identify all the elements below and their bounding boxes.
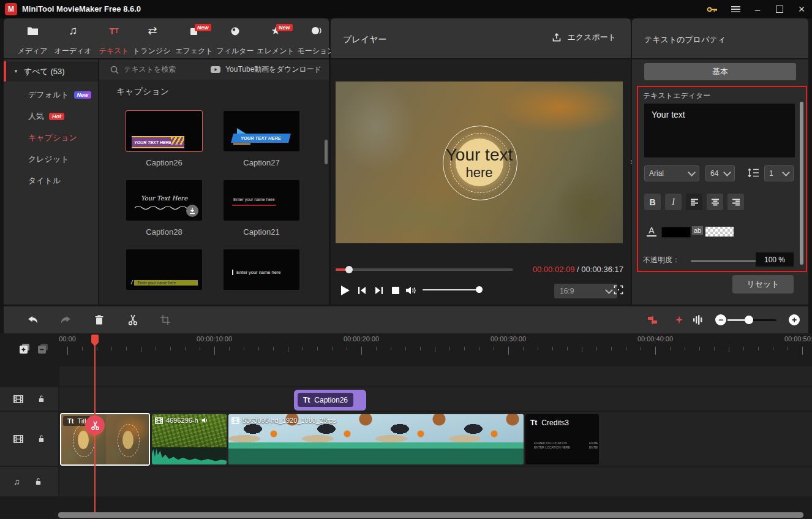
ruler-tick bbox=[788, 347, 788, 350]
ruler-tick bbox=[655, 347, 656, 355]
toolbar-item-audio[interactable]: ♫ オーディオ bbox=[54, 22, 92, 58]
video-preview[interactable]: Your text here bbox=[336, 81, 623, 243]
playhead-split-button[interactable] bbox=[85, 415, 105, 435]
undo-button[interactable] bbox=[22, 306, 44, 333]
align-left-button[interactable] bbox=[686, 194, 702, 210]
volume-slider[interactable] bbox=[423, 289, 481, 290]
zoom-in-button[interactable]: + bbox=[789, 314, 800, 325]
maximize-button[interactable] bbox=[769, 0, 790, 18]
music-track-lane[interactable] bbox=[59, 467, 812, 496]
previous-frame-button[interactable] bbox=[354, 284, 370, 297]
sidebar-item-popular[interactable]: 人気 Hot bbox=[4, 107, 98, 126]
redo-button[interactable] bbox=[54, 306, 76, 333]
menu-button[interactable] bbox=[725, 0, 746, 18]
toolbar-item-element[interactable]: New ★ エレメント bbox=[257, 22, 295, 58]
line-spacing-select[interactable]: 1 bbox=[764, 165, 794, 181]
opacity-label: 不透明度： bbox=[643, 255, 680, 265]
volume-thumb[interactable] bbox=[476, 286, 483, 293]
reset-button[interactable]: リセット bbox=[732, 275, 794, 294]
playhead-handle[interactable] bbox=[91, 335, 99, 343]
italic-button[interactable]: I bbox=[665, 194, 682, 210]
zoom-thumb[interactable] bbox=[745, 316, 753, 324]
caption-overlay-text2[interactable]: here bbox=[336, 165, 623, 181]
audio-waveform-toggle[interactable] bbox=[686, 306, 709, 333]
clip-credits3[interactable]: Tt Credits3 FILMED ON LOCATION ENTER LOC… bbox=[525, 414, 599, 464]
minimize-button[interactable]: – bbox=[747, 0, 768, 18]
seek-thumb[interactable] bbox=[345, 266, 353, 273]
license-key-button[interactable] bbox=[702, 0, 723, 18]
bold-button[interactable]: B bbox=[644, 194, 661, 210]
play-button[interactable] bbox=[338, 284, 353, 297]
film-icon bbox=[155, 417, 163, 424]
zoom-out-button[interactable]: − bbox=[715, 314, 726, 325]
export-button[interactable]: エクスポート bbox=[552, 32, 616, 43]
template-caption21[interactable]: Enter your name here bbox=[224, 180, 299, 221]
text-editor-input[interactable]: Your text bbox=[644, 104, 795, 157]
lock-open-icon[interactable] bbox=[38, 434, 45, 443]
add-track-icon bbox=[20, 344, 30, 354]
align-right-button[interactable] bbox=[727, 194, 744, 210]
aspect-ratio-select[interactable]: 16:9 bbox=[554, 284, 617, 298]
toolbar-item-text[interactable]: TT テキスト bbox=[95, 22, 133, 58]
sidebar-item-credit[interactable]: クレジット bbox=[4, 150, 98, 169]
stop-button[interactable] bbox=[388, 284, 403, 297]
toolbar-item-motion[interactable]: モーション bbox=[297, 22, 335, 58]
next-frame-button[interactable] bbox=[371, 284, 387, 297]
volume-button[interactable] bbox=[403, 284, 419, 297]
font-family-select[interactable]: Arial bbox=[644, 165, 699, 181]
preview-text: Enter your name here bbox=[232, 270, 281, 275]
opacity-slider[interactable] bbox=[691, 260, 765, 262]
clip-title[interactable]: Tt Titl bbox=[60, 413, 150, 466]
caption-overlay-text[interactable]: Your text bbox=[336, 145, 623, 165]
template-caption26[interactable]: YOUR TEXT HERE bbox=[126, 111, 202, 151]
split-button[interactable] bbox=[122, 306, 144, 333]
delete-button[interactable] bbox=[88, 306, 110, 333]
youtube-download-button[interactable]: YouTube動画をダウンロード bbox=[211, 64, 321, 75]
template-caption27[interactable]: YOUR TEXT HERE bbox=[224, 111, 299, 151]
timeline-horizontal-scrollbar[interactable] bbox=[58, 512, 803, 518]
lock-open-icon[interactable] bbox=[38, 395, 45, 403]
template-partial-1[interactable]: / Enter your name here bbox=[126, 249, 202, 290]
toolbar-item-media[interactable]: メディア bbox=[13, 22, 51, 58]
search-input[interactable]: テキストを検索 bbox=[124, 64, 176, 75]
sidebar-item-all[interactable]: ▼ すべて (53) bbox=[4, 61, 98, 81]
audio-waveform bbox=[228, 442, 524, 449]
download-icon[interactable] bbox=[186, 205, 198, 217]
player-title: プレイヤー bbox=[343, 34, 386, 45]
sidebar-item-caption[interactable]: キャプション bbox=[4, 129, 98, 147]
toolbar-item-filter[interactable]: フィルター bbox=[216, 22, 254, 58]
fit-timeline-button[interactable] bbox=[641, 306, 663, 333]
library-scrollbar[interactable] bbox=[325, 140, 328, 164]
bg-color-swatch[interactable] bbox=[705, 227, 734, 237]
sidebar-item-default[interactable]: デフォルト New bbox=[4, 86, 98, 104]
seek-bar[interactable] bbox=[336, 268, 513, 271]
clip-caption26[interactable]: Tt Caption26 bbox=[294, 390, 366, 411]
toolbar-item-effect[interactable]: New エフェクト bbox=[175, 22, 213, 58]
opacity-value: 100 % bbox=[756, 252, 794, 267]
ruler-tick bbox=[479, 347, 479, 350]
template-caption28[interactable]: Your Text Here bbox=[126, 180, 202, 221]
font-size-select[interactable]: 64 bbox=[705, 165, 735, 181]
properties-scrollbar[interactable] bbox=[800, 102, 803, 265]
align-center-button[interactable] bbox=[707, 194, 723, 210]
sidebar-item-title[interactable]: タイトル bbox=[4, 172, 98, 190]
timeline-zoom-slider[interactable] bbox=[727, 319, 776, 321]
fullscreen-button[interactable] bbox=[614, 285, 623, 295]
clip-4696296[interactable]: 4696296-h bbox=[152, 414, 227, 464]
ruler-tick bbox=[685, 347, 685, 350]
text-track-lane[interactable]: Tt Caption26 bbox=[59, 387, 812, 411]
lock-open-icon[interactable] bbox=[35, 477, 42, 486]
clip-5363095[interactable]: 5363095-hd_1920_1080_25fps bbox=[228, 414, 524, 464]
font-color-swatch[interactable] bbox=[661, 227, 691, 238]
remove-track-button[interactable] bbox=[36, 342, 50, 355]
bg-color-label: ab bbox=[692, 226, 703, 235]
close-button[interactable]: × bbox=[791, 0, 812, 18]
crop-button[interactable] bbox=[154, 306, 176, 333]
toolbar-item-transition[interactable]: ⇄ トランジション bbox=[133, 22, 171, 58]
line-spacing-icon bbox=[747, 167, 759, 178]
tab-basic[interactable]: 基本 bbox=[644, 63, 796, 80]
undo-icon bbox=[28, 316, 39, 325]
redo-icon bbox=[59, 316, 71, 325]
template-partial-2[interactable]: Enter your name here bbox=[224, 249, 299, 290]
add-track-button[interactable] bbox=[17, 342, 32, 355]
